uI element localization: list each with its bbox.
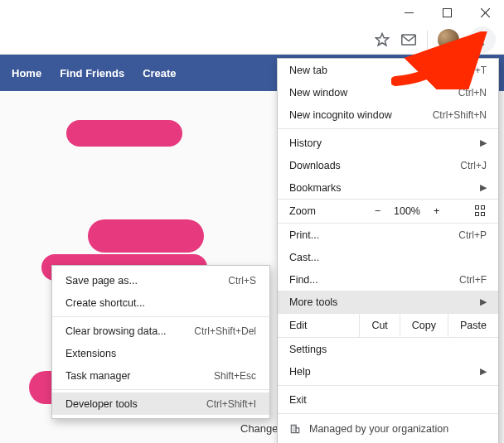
svg-rect-5 [402,35,416,45]
menu-zoom-row: Zoom − 100% + [278,199,498,224]
menu-label: New incognito window [289,109,392,121]
submenu-clear-browsing-data[interactable]: Clear browsing data...Ctrl+Shift+Del [52,320,269,342]
chat-bubble [88,219,204,253]
fullscreen-icon[interactable] [475,205,487,217]
mail-icon[interactable] [400,31,417,48]
edit-copy-button[interactable]: Copy [400,314,448,337]
maximize-button[interactable] [428,0,466,25]
svg-rect-1 [443,8,451,17]
menu-separator [278,413,498,414]
menu-bookmarks[interactable]: Bookmarks▶ [278,176,498,199]
menu-separator [52,389,269,390]
zoom-value: 100% [394,205,420,217]
fb-nav-create[interactable]: Create [143,67,176,79]
minimize-button[interactable] [390,0,428,25]
menu-exit[interactable]: Exit [278,388,498,411]
submenu-extensions[interactable]: Extensions [52,342,269,364]
menu-separator [278,385,498,386]
edit-label: Edit [278,320,359,331]
submenu-arrow-icon: ▶ [480,182,487,193]
menu-separator [52,316,269,317]
fb-nav-home[interactable]: Home [12,67,41,79]
bookmark-star-icon[interactable] [374,31,390,48]
menu-new-tab[interactable]: New tabCtrl+T [278,59,498,81]
chat-bubble [66,120,182,147]
fb-nav-find-friends[interactable]: Find Friends [60,67,124,79]
submenu-arrow-icon: ▶ [480,137,487,148]
menu-new-window[interactable]: New windowCtrl+N [278,81,498,104]
menu-edit-row: Edit Cut Copy Paste [278,313,498,338]
chrome-menu-button[interactable] [469,26,496,53]
kebab-icon [482,33,484,46]
menu-label: Downloads [289,160,341,171]
submenu-arrow-icon: ▶ [480,296,487,307]
menu-cast[interactable]: Cast... [278,246,498,268]
edit-paste-button[interactable]: Paste [448,314,498,337]
menu-shortcut: Ctrl+S [228,275,256,287]
close-button[interactable] [466,0,504,25]
menu-label: Clear browsing data... [65,325,167,337]
menu-shortcut: Ctrl+F [459,274,487,286]
menu-label: Cast... [289,252,319,263]
menu-label: Save page as... [65,275,138,287]
managed-label: Managed by your organization [309,423,448,435]
menu-label: Exit [289,394,307,406]
zoom-out-button[interactable]: − [375,205,380,217]
menu-label: Bookmarks [289,182,342,194]
chrome-main-menu: New tabCtrl+T New windowCtrl+N New incog… [277,58,499,443]
menu-print[interactable]: Print...Ctrl+P [278,224,498,246]
menu-separator [278,128,498,129]
building-icon [289,423,301,435]
zoom-label: Zoom [289,205,339,217]
divider [427,31,428,49]
menu-shortcut: Ctrl+P [458,229,487,241]
menu-label: Task manager [65,370,131,382]
svg-marker-4 [376,33,389,45]
menu-shortcut: Ctrl+T [459,65,487,76]
menu-label: Extensions [65,348,116,359]
menu-label: Create shortcut... [65,297,145,309]
menu-label: New window [289,87,347,99]
submenu-task-manager[interactable]: Task managerShift+Esc [52,364,269,387]
window-controls [390,0,504,25]
more-tools-submenu: Save page as...Ctrl+S Create shortcut...… [51,265,270,419]
menu-label: New tab [289,65,327,76]
menu-label: Developer tools [65,398,138,410]
menu-help[interactable]: Help▶ [278,360,498,383]
menu-history[interactable]: History▶ [278,132,498,154]
menu-managed-by-org[interactable]: Managed by your organization [278,417,498,441]
menu-shortcut: Ctrl+Shift+Del [194,325,256,337]
menu-shortcut: Ctrl+N [458,87,487,99]
menu-new-incognito[interactable]: New incognito windowCtrl+Shift+N [278,104,498,126]
profile-avatar[interactable] [438,29,459,51]
menu-settings[interactable]: Settings [278,338,498,360]
menu-shortcut: Shift+Esc [214,370,256,382]
fb-nav-links: Home Find Friends Create [12,67,177,79]
menu-shortcut: Ctrl+J [460,160,487,171]
menu-label: More tools [289,296,337,308]
submenu-developer-tools[interactable]: Developer toolsCtrl+Shift+I [52,392,269,415]
menu-label: Settings [289,344,327,355]
submenu-arrow-icon: ▶ [480,366,487,377]
menu-more-tools[interactable]: More tools▶ [278,291,498,313]
menu-find[interactable]: Find...Ctrl+F [278,268,498,291]
submenu-save-page[interactable]: Save page as...Ctrl+S [52,269,269,291]
menu-label: Find... [289,274,318,286]
edit-cut-button[interactable]: Cut [359,314,399,337]
zoom-in-button[interactable]: + [434,205,439,217]
menu-shortcut: Ctrl+Shift+N [433,109,487,121]
menu-label: History [289,137,322,149]
menu-shortcut: Ctrl+Shift+I [206,398,256,410]
menu-label: Help [289,366,311,378]
menu-label: Print... [289,229,319,241]
browser-toolbar [0,25,504,55]
submenu-create-shortcut[interactable]: Create shortcut... [52,291,269,314]
menu-downloads[interactable]: DownloadsCtrl+J [278,154,498,176]
